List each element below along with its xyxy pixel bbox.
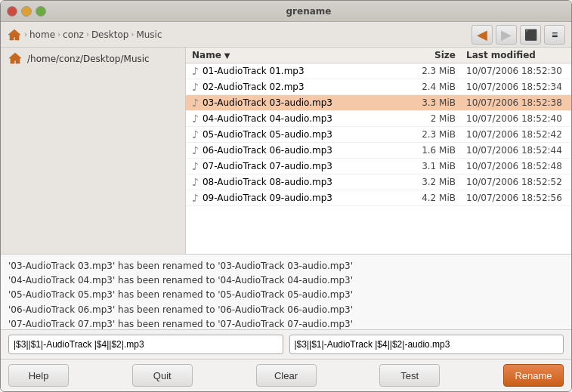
file-size-cell: 3.3 MiB	[416, 97, 462, 108]
forward-button[interactable]: ▶	[496, 25, 517, 45]
file-list[interactable]: Name ▼ Size Last modified ♪ 01-AudioTrac…	[186, 48, 571, 254]
file-name-cell: ♪ 01-AudioTrack 01.mp3	[186, 65, 416, 77]
music-icon: ♪	[192, 144, 199, 156]
quit-button[interactable]: Quit	[132, 364, 193, 387]
grid-icon: ⬛	[524, 29, 537, 41]
button-row: Help Quit Clear Test Rename	[1, 360, 571, 391]
file-date-cell: 10/07/2006 18:52:42	[462, 129, 571, 140]
help-button[interactable]: Help	[8, 364, 69, 387]
file-size-cell: 2.3 MiB	[416, 66, 462, 76]
file-name: 07-AudioTrack 07-audio.mp3	[203, 161, 332, 171]
log-line: '05-AudioTrack 05.mp3' has been renamed …	[8, 288, 564, 302]
file-name: 02-AudioTrack 02.mp3	[203, 82, 305, 92]
home-icon[interactable]	[7, 27, 22, 42]
file-name-cell: ♪ 07-AudioTrack 07-audio.mp3	[186, 160, 416, 172]
file-size-cell: 3.1 MiB	[416, 161, 462, 171]
file-date-cell: 10/07/2006 18:52:38	[462, 97, 571, 108]
col-size-header[interactable]: Size	[416, 50, 462, 60]
sort-icon: ▼	[224, 51, 230, 60]
back-icon: ◀	[477, 26, 487, 43]
table-row[interactable]: ♪ 07-AudioTrack 07-audio.mp3 3.1 MiB 10/…	[186, 159, 571, 174]
window-title: grename	[52, 6, 565, 17]
table-row[interactable]: ♪ 09-AudioTrack 09-audio.mp3 4.2 MiB 10/…	[186, 190, 571, 206]
file-name-cell: ♪ 03-AudioTrack 03-audio.mp3	[186, 97, 416, 109]
titlebar: grename	[1, 1, 571, 22]
col-modified-header[interactable]: Last modified	[462, 50, 571, 60]
close-button[interactable]	[7, 6, 17, 17]
file-name-cell: ♪ 08-AudioTrack 08-audio.mp3	[186, 176, 416, 188]
clear-button[interactable]: Clear	[256, 364, 317, 387]
file-name: 08-AudioTrack 08-audio.mp3	[203, 177, 332, 187]
breadcrumb: › home › conz › Desktop › Music	[7, 27, 472, 42]
file-name: 09-AudioTrack 09-audio.mp3	[203, 193, 332, 203]
file-name-cell: ♪ 06-AudioTrack 06-audio.mp3	[186, 144, 416, 156]
music-icon: ♪	[192, 65, 199, 77]
log-area: '03-AudioTrack 03.mp3' has been renamed …	[1, 255, 571, 330]
file-date-cell: 10/07/2006 18:52:30	[462, 66, 571, 76]
current-path-text: /home/conz/Desktop/Music	[27, 54, 150, 64]
breadcrumb-desktop[interactable]: Desktop	[91, 29, 129, 40]
log-line: '04-AudioTrack 04.mp3' has been renamed …	[8, 273, 564, 288]
file-name-cell: ♪ 05-AudioTrack 05-audio.mp3	[186, 128, 416, 140]
file-name-cell: ♪ 09-AudioTrack 09-audio.mp3	[186, 192, 416, 204]
maximize-button[interactable]	[36, 6, 46, 17]
table-row[interactable]: ♪ 05-AudioTrack 05-audio.mp3 2.3 MiB 10/…	[186, 127, 571, 143]
file-name-cell: ♪ 04-AudioTrack 04-audio.mp3	[186, 113, 416, 125]
pattern-to-input[interactable]	[289, 335, 564, 354]
music-icon: ♪	[192, 192, 199, 204]
breadcrumb-music[interactable]: Music	[136, 29, 162, 40]
file-size-cell: 3.2 MiB	[416, 177, 462, 187]
left-panel: /home/conz/Desktop/Music	[1, 48, 186, 254]
file-size-cell: 2 MiB	[416, 113, 462, 124]
rename-button[interactable]: Rename	[503, 364, 564, 387]
file-date-cell: 10/07/2006 18:52:34	[462, 82, 571, 92]
table-row[interactable]: ♪ 03-AudioTrack 03-audio.mp3 3.3 MiB 10/…	[186, 95, 571, 111]
pattern-from-input[interactable]	[8, 335, 283, 354]
music-icon: ♪	[192, 160, 199, 172]
current-path: /home/conz/Desktop/Music	[8, 52, 150, 66]
file-size-cell: 4.2 MiB	[416, 193, 462, 203]
table-row[interactable]: ♪ 08-AudioTrack 08-audio.mp3 3.2 MiB 10/…	[186, 174, 571, 190]
forward-icon: ▶	[501, 26, 512, 43]
test-button[interactable]: Test	[379, 364, 440, 387]
music-icon: ♪	[192, 97, 199, 109]
view-grid-button[interactable]: ⬛	[520, 25, 541, 45]
input-row	[1, 330, 571, 360]
file-name: 01-AudioTrack 01.mp3	[203, 66, 305, 76]
list-icon: ≡	[552, 29, 558, 41]
file-area: /home/conz/Desktop/Music Name ▼ Size Las…	[1, 48, 571, 255]
log-line: '07-AudioTrack 07.mp3' has been renamed …	[8, 317, 564, 330]
minimize-button[interactable]	[21, 6, 32, 17]
file-name-cell: ♪ 02-AudioTrack 02.mp3	[186, 81, 416, 93]
file-date-cell: 10/07/2006 18:52:52	[462, 177, 571, 187]
nav-buttons: ◀ ▶ ⬛ ≡	[472, 25, 565, 45]
back-button[interactable]: ◀	[472, 25, 493, 45]
table-row[interactable]: ♪ 02-AudioTrack 02.mp3 2.4 MiB 10/07/200…	[186, 79, 571, 95]
window-controls	[7, 6, 46, 17]
file-size-cell: 1.6 MiB	[416, 145, 462, 156]
main-window: grename › home › conz › Desktop › Music …	[0, 0, 572, 392]
col-name-header[interactable]: Name ▼	[186, 50, 416, 60]
log-line: '03-AudioTrack 03.mp3' has been renamed …	[8, 259, 564, 273]
file-date-cell: 10/07/2006 18:52:48	[462, 161, 571, 171]
view-list-button[interactable]: ≡	[544, 25, 565, 45]
log-line: '06-AudioTrack 06.mp3' has been renamed …	[8, 303, 564, 317]
table-row[interactable]: ♪ 06-AudioTrack 06-audio.mp3 1.6 MiB 10/…	[186, 143, 571, 159]
music-icon: ♪	[192, 176, 199, 188]
music-icon: ♪	[192, 81, 199, 93]
table-row[interactable]: ♪ 01-AudioTrack 01.mp3 2.3 MiB 10/07/200…	[186, 63, 571, 79]
table-row[interactable]: ♪ 04-AudioTrack 04-audio.mp3 2 MiB 10/07…	[186, 111, 571, 127]
music-icon: ♪	[192, 128, 199, 140]
breadcrumb-conz[interactable]: conz	[63, 29, 84, 40]
toolbar: › home › conz › Desktop › Music ◀ ▶ ⬛ ≡	[1, 22, 571, 48]
music-icon: ♪	[192, 113, 199, 125]
file-list-header: Name ▼ Size Last modified	[186, 48, 571, 63]
file-rows-container: ♪ 01-AudioTrack 01.mp3 2.3 MiB 10/07/200…	[186, 63, 571, 206]
file-date-cell: 10/07/2006 18:52:56	[462, 193, 571, 203]
breadcrumb-home[interactable]: home	[29, 29, 55, 40]
file-date-cell: 10/07/2006 18:52:44	[462, 145, 571, 156]
file-size-cell: 2.3 MiB	[416, 129, 462, 140]
file-date-cell: 10/07/2006 18:52:40	[462, 113, 571, 124]
file-size-cell: 2.4 MiB	[416, 82, 462, 92]
file-name: 06-AudioTrack 06-audio.mp3	[203, 145, 332, 156]
